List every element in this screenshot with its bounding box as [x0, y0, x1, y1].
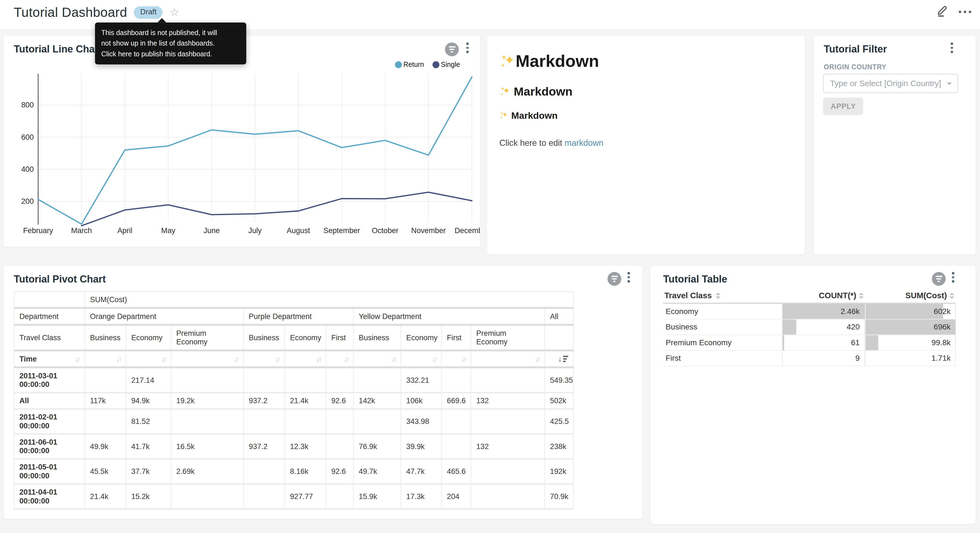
- table-row: Economy 2.46k 602k: [663, 303, 956, 319]
- table-row: Premium Economy 61 99.8k: [663, 335, 956, 351]
- pivot-row: 2011-03-01 00:00:00 217.14332.21549.35: [14, 367, 573, 393]
- sort-icon[interactable]: ↓↑: [344, 355, 348, 362]
- status-badge[interactable]: Draft: [134, 6, 162, 19]
- sparkles-icon: [500, 54, 515, 70]
- column-header-sum-cost[interactable]: SUM(Cost): [865, 288, 955, 303]
- legend-label: Return: [403, 61, 424, 68]
- single-series-dot: [433, 61, 440, 68]
- svg-text:October: October: [372, 226, 399, 235]
- sort-icon[interactable]: ↓↑: [275, 355, 279, 362]
- tooltip-line: This dashboard is not published, it will: [101, 28, 240, 38]
- travel-class-label: Travel Class: [14, 325, 85, 351]
- pivot-time-sort-row: Time↓↑ ↓↑ ↓↑ ↓↑ ↓↑ ↓↑ ↓↑ ↓↑ ↓↑ ↓↑ ↓↑ ↓: [14, 351, 573, 367]
- sort-icon[interactable]: ↓↑: [461, 355, 466, 362]
- favorite-star-icon[interactable]: ☆: [170, 5, 180, 19]
- svg-text:August: August: [287, 226, 310, 235]
- column-header-count[interactable]: COUNT(*): [782, 288, 865, 303]
- column-header-travel-class[interactable]: Travel Class: [663, 288, 782, 303]
- markdown-panel: Markdown Markdown Markdown Click here to…: [487, 36, 805, 254]
- origin-country-select[interactable]: Type or Select [Origin Country]: [823, 74, 958, 93]
- svg-text:March: March: [71, 226, 92, 235]
- apply-button[interactable]: APPLY: [823, 97, 864, 115]
- pivot-time-cell: 2011-02-01 00:00:00: [14, 409, 85, 434]
- subcol-header: First: [442, 325, 471, 351]
- svg-text:400: 400: [21, 165, 34, 174]
- filter-panel: Tutorial Filter ORIGIN COUNTRY Type or S…: [814, 36, 975, 254]
- sort-icon[interactable]: ↓↑: [161, 355, 165, 362]
- svg-text:July: July: [248, 226, 262, 235]
- svg-text:February: February: [23, 226, 53, 235]
- chart-legend: Return Single: [395, 61, 460, 68]
- sum-cell: 99.8k: [865, 335, 955, 351]
- page-title: Tutorial Dashboard: [14, 5, 127, 20]
- table-row: Business 420 696k: [663, 319, 956, 335]
- return-series-dot: [395, 61, 402, 68]
- pivot-metric-row: SUM(Cost): [14, 292, 573, 308]
- sort-icon[interactable]: ↓↑: [432, 355, 436, 362]
- sort-icon[interactable]: ↓↑: [234, 355, 238, 362]
- pivot-time-cell: 2011-06-01 00:00:00: [14, 434, 85, 459]
- sort-icon[interactable]: ↓↑: [317, 355, 321, 362]
- chevron-down-icon: [947, 82, 952, 87]
- pivot-row: 2011-06-01 00:00:00 49.9k41.7k16.5k937.2…: [14, 434, 573, 459]
- markdown-paragraph: Click here to edit markdown: [500, 138, 792, 147]
- pivot-chart-title: Tutorial Pivot Chart: [14, 274, 106, 285]
- chart-kebab-menu-icon[interactable]: [626, 271, 631, 283]
- chart-kebab-menu-icon[interactable]: [951, 271, 955, 283]
- markdown-h2: Markdown: [500, 85, 792, 99]
- markdown-h3-text: Markdown: [511, 110, 558, 120]
- table-row: First 9 1.71k: [663, 351, 956, 366]
- time-label: Time: [19, 354, 37, 364]
- sort-desc-active-icon[interactable]: ↓: [558, 354, 568, 364]
- group-header: All: [545, 308, 573, 325]
- count-cell: 61: [782, 335, 865, 351]
- subcol-header: [545, 325, 573, 351]
- sort-icon[interactable]: ↓↑: [116, 355, 121, 362]
- sort-icon[interactable]: ↓↑: [535, 355, 539, 362]
- sum-cell: 1.71k: [865, 351, 955, 366]
- pivot-travel-class-row: Travel Class Business Economy Premium Ec…: [14, 325, 573, 351]
- single-line: [81, 192, 472, 226]
- publish-tooltip: This dashboard is not published, it will…: [95, 22, 246, 65]
- blank-cell: [14, 292, 85, 308]
- pivot-time-cell: All: [14, 393, 85, 409]
- pivot-time-cell: 2011-05-01 00:00:00: [14, 459, 85, 484]
- sort-icon[interactable]: ↓↑: [75, 355, 80, 362]
- subcol-header: First: [326, 325, 354, 351]
- legend-item-single[interactable]: Single: [433, 61, 460, 68]
- filter-scope-icon[interactable]: [932, 272, 946, 286]
- pivot-time-cell: 2011-04-01 00:00:00: [14, 484, 85, 509]
- pencil-icon: [936, 4, 949, 17]
- markdown-paragraph-text: Click here to edit: [500, 138, 565, 147]
- origin-country-label: ORIGIN COUNTRY: [824, 63, 886, 71]
- sort-caret-icon: [859, 292, 864, 298]
- filter-scope-icon[interactable]: [608, 272, 621, 286]
- markdown-h1-text: Markdown: [515, 52, 599, 71]
- sort-icon[interactable]: ↓↑: [391, 355, 396, 362]
- sort-caret-icon: [949, 292, 955, 298]
- filter-kebab-menu-icon[interactable]: [949, 41, 954, 54]
- sparkles-icon: [500, 111, 508, 120]
- svg-text:November: November: [411, 226, 446, 235]
- group-header: Purple Department: [243, 308, 353, 325]
- pivot-table: SUM(Cost) Department Orange Department P…: [14, 291, 574, 509]
- svg-text:April: April: [117, 226, 132, 235]
- svg-text:200: 200: [21, 197, 34, 206]
- svg-text:May: May: [161, 226, 176, 235]
- sum-cell: 602k: [865, 303, 955, 319]
- table-header-row: Travel Class COUNT(*) SUM(Cost): [663, 288, 956, 303]
- markdown-edit-link[interactable]: markdown: [565, 138, 603, 147]
- select-placeholder: Type or Select [Origin Country]: [824, 79, 947, 88]
- filter-panel-title: Tutorial Filter: [824, 44, 887, 55]
- pivot-department-row: Department Orange Department Purple Depa…: [14, 308, 573, 325]
- edit-dashboard-button[interactable]: [936, 4, 949, 20]
- group-header: Orange Department: [85, 308, 243, 325]
- table-panel: Tutorial Table Travel Class COUNT(*) SUM…: [651, 266, 975, 524]
- more-actions-ellipsis-icon[interactable]: [959, 5, 971, 18]
- tooltip-line: not show up in the list of dashboards.: [101, 38, 240, 49]
- count-cell: 2.46k: [782, 303, 865, 319]
- pivot-row: All 117k94.9k19.2k937.221.4k92.6142k106k…: [14, 393, 573, 409]
- svg-text:June: June: [204, 226, 220, 235]
- markdown-h2-text: Markdown: [514, 85, 573, 99]
- legend-item-return[interactable]: Return: [395, 61, 424, 68]
